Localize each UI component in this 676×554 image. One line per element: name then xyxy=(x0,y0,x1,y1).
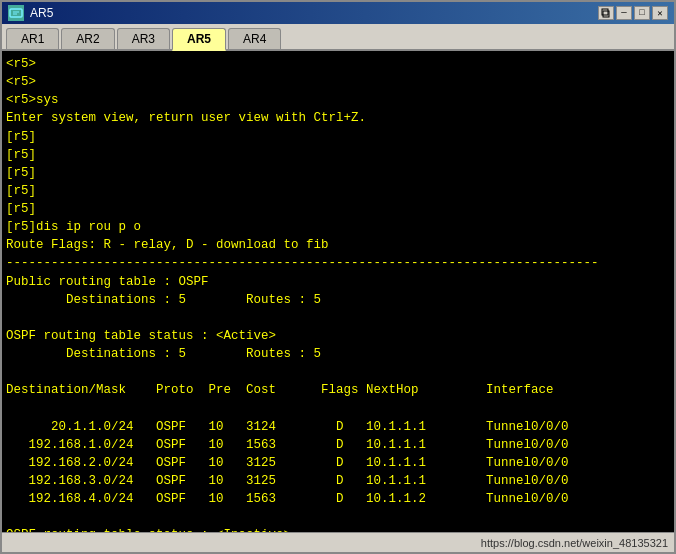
terminal-wrapper: <r5> <r5> <r5>sys Enter system view, ret… xyxy=(2,51,674,532)
app-icon xyxy=(8,5,24,21)
title-bar-left: AR5 xyxy=(8,5,53,21)
status-url: https://blog.csdn.net/weixin_48135321 xyxy=(481,537,668,549)
tab-ar2[interactable]: AR2 xyxy=(61,28,114,49)
restore-button[interactable] xyxy=(598,6,614,20)
svg-rect-0 xyxy=(10,9,22,17)
tab-ar4[interactable]: AR4 xyxy=(228,28,281,49)
tab-ar5[interactable]: AR5 xyxy=(172,28,226,51)
title-buttons: ─ □ ✕ xyxy=(598,6,668,20)
main-window: AR5 ─ □ ✕ AR1 AR2 AR3 AR5 AR4 <r5> <r5> … xyxy=(0,0,676,554)
title-bar: AR5 ─ □ ✕ xyxy=(2,2,674,24)
window-title: AR5 xyxy=(30,6,53,20)
close-button[interactable]: ✕ xyxy=(652,6,668,20)
tab-ar3[interactable]: AR3 xyxy=(117,28,170,49)
maximize-button[interactable]: □ xyxy=(634,6,650,20)
tab-ar1[interactable]: AR1 xyxy=(6,28,59,49)
minimize-button[interactable]: ─ xyxy=(616,6,632,20)
terminal-output[interactable]: <r5> <r5> <r5>sys Enter system view, ret… xyxy=(2,51,674,532)
tab-bar: AR1 AR2 AR3 AR5 AR4 xyxy=(2,24,674,51)
status-bar: https://blog.csdn.net/weixin_48135321 xyxy=(2,532,674,552)
